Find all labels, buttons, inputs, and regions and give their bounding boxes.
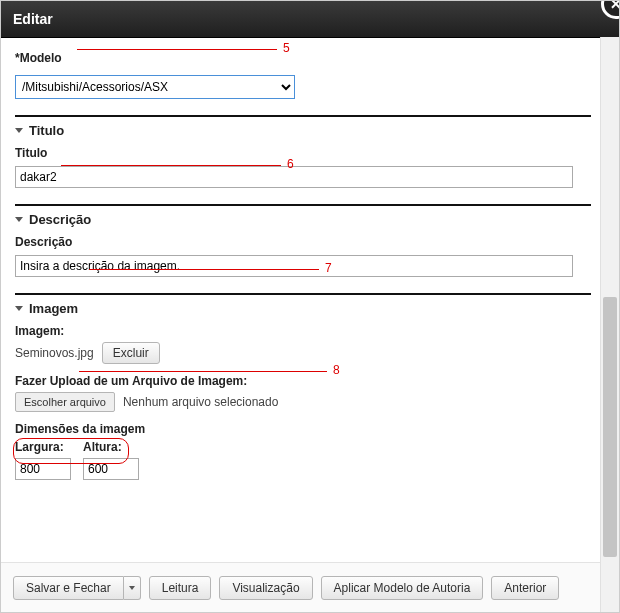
section-descricao-header[interactable]: Descrição [15, 212, 591, 227]
save-close-button[interactable]: Salvar e Fechar [13, 576, 124, 600]
vertical-scrollbar[interactable] [600, 37, 619, 612]
divider [15, 204, 591, 206]
height-column: Altura: [83, 440, 139, 480]
chevron-down-icon [15, 128, 23, 133]
dialog-footer: Salvar e Fechar Leitura Visualização Apl… [1, 562, 601, 612]
file-upload-row: Escolher arquivo Nenhum arquivo selecion… [15, 392, 591, 412]
scrollbar-thumb[interactable] [603, 297, 617, 557]
width-column: Largura: [15, 440, 71, 480]
current-image-row: Seminovos.jpg Excluir [15, 342, 591, 364]
dimensions-row: Largura: Altura: [15, 440, 591, 480]
save-close-dropdown-toggle[interactable] [124, 576, 141, 600]
window-title: Editar [13, 11, 53, 27]
dimensions-label: Dimensões da imagem [15, 422, 591, 436]
modelo-select[interactable]: /Mitsubishi/Acessorios/ASX [15, 75, 295, 99]
divider [15, 293, 591, 295]
width-input[interactable] [15, 458, 71, 480]
dialog-window: ✕ Editar *Modelo /Mitsubishi/Acessorios/… [0, 0, 620, 613]
section-imagem-title: Imagem [29, 301, 78, 316]
upload-label: Fazer Upload de um Arquivo de Imagem: [15, 374, 591, 388]
section-titulo-header[interactable]: Titulo [15, 123, 591, 138]
visualizacao-button[interactable]: Visualização [219, 576, 312, 600]
no-file-text: Nenhum arquivo selecionado [123, 395, 278, 409]
section-descricao-title: Descrição [29, 212, 91, 227]
titulo-input[interactable] [15, 166, 573, 188]
current-image-filename: Seminovos.jpg [15, 346, 94, 360]
leitura-button[interactable]: Leitura [149, 576, 212, 600]
aplicar-modelo-button[interactable]: Aplicar Modelo de Autoria [321, 576, 484, 600]
choose-file-button[interactable]: Escolher arquivo [15, 392, 115, 412]
section-titulo-title: Titulo [29, 123, 64, 138]
section-imagem-header[interactable]: Imagem [15, 301, 591, 316]
descricao-input[interactable] [15, 255, 573, 277]
height-input[interactable] [83, 458, 139, 480]
imagem-field-label: Imagem: [15, 324, 591, 338]
annotation-line [77, 49, 277, 50]
chevron-down-icon [15, 217, 23, 222]
excluir-button[interactable]: Excluir [102, 342, 160, 364]
divider [15, 115, 591, 117]
chevron-down-icon [15, 306, 23, 311]
descricao-field-label: Descrição [15, 235, 591, 249]
titulo-field-label: Titulo [15, 146, 591, 160]
chevron-down-icon [129, 586, 135, 590]
anterior-button[interactable]: Anterior [491, 576, 559, 600]
close-icon: ✕ [610, 0, 620, 12]
dialog-body: *Modelo /Mitsubishi/Acessorios/ASX 5 Tit… [1, 37, 601, 562]
annotation-line [79, 371, 327, 372]
save-close-split-button: Salvar e Fechar [13, 576, 141, 600]
titlebar: Editar [1, 1, 619, 38]
width-label: Largura: [15, 440, 71, 454]
modelo-label: *Modelo [15, 51, 591, 65]
height-label: Altura: [83, 440, 139, 454]
